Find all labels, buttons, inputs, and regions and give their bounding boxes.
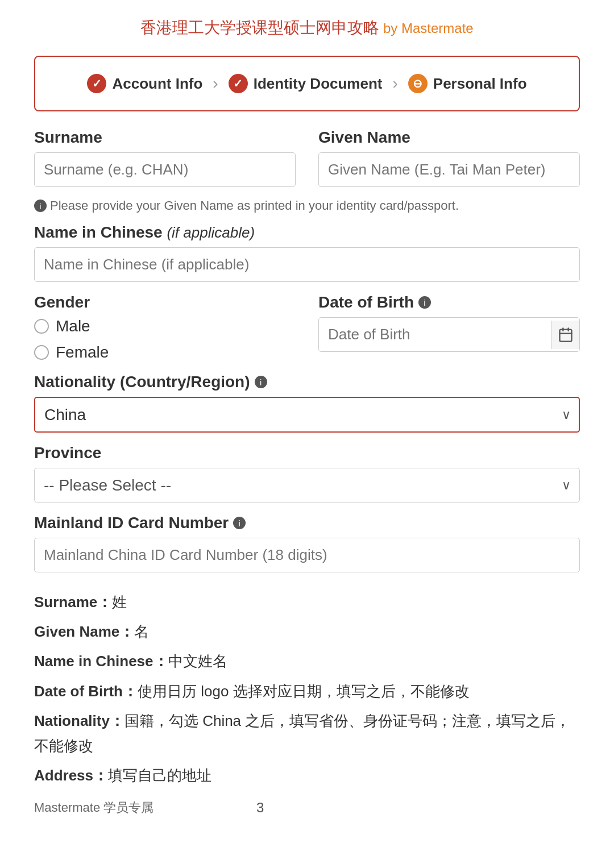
nationality-section: Nationality (Country/Region) i China ∨ — [34, 373, 580, 433]
instruction-nationality: Nationality：国籍，勾选 China 之后，填写省份、身份证号码；注意… — [34, 708, 580, 758]
mainland-id-label-row: Mainland ID Card Number i — [34, 514, 580, 532]
given-name-label: Given Name — [318, 128, 580, 147]
gender-female-radio[interactable] — [34, 345, 49, 360]
given-name-input[interactable] — [318, 152, 580, 187]
nationality-label: Nationality (Country/Region) — [34, 373, 250, 391]
given-name-info-text: Please provide your Given Name as printe… — [50, 198, 459, 213]
page-header: 香港理工大学授课型硕士网申攻略 by Mastermate — [34, 17, 580, 39]
nationality-info-icon: i — [255, 376, 267, 388]
given-name-info: i Please provide your Given Name as prin… — [34, 198, 580, 213]
step-personal-info-label: Personal Info — [433, 75, 527, 93]
step-identity-document: ✓ Identity Document — [229, 74, 383, 93]
nationality-select-wrapper: China ∨ — [34, 397, 580, 433]
gender-section: Gender Male Female — [34, 293, 296, 362]
step-separator-1: › — [213, 74, 218, 93]
person-icon: ⊖ — [413, 77, 422, 90]
step-identity-document-label: Identity Document — [254, 75, 383, 93]
dob-input-wrapper — [318, 317, 580, 352]
nationality-label-row: Nationality (Country/Region) i — [34, 373, 580, 391]
page-number: 3 — [154, 800, 367, 816]
instruction-name-in-chinese-value: 中文姓名 — [168, 653, 227, 670]
mainland-id-input[interactable] — [34, 538, 580, 572]
province-select[interactable]: -- Please Select -- — [34, 468, 580, 502]
instruction-name-in-chinese-key: Name in Chinese： — [34, 653, 168, 670]
dob-input[interactable] — [319, 318, 551, 351]
footer: Mastermate 学员专属 3 — [34, 799, 580, 816]
dob-label: Date of Birth — [318, 293, 414, 312]
instruction-address-key: Address： — [34, 767, 108, 784]
gender-dob-row: Gender Male Female Date of Birth i — [34, 293, 580, 362]
step-account-info: ✓ Account Info — [87, 74, 202, 93]
surname-col: Surname — [34, 128, 296, 187]
step-personal-info: ⊖ Personal Info — [408, 74, 527, 93]
instruction-nationality-key: Nationality： — [34, 712, 125, 729]
instruction-dob-key: Date of Birth： — [34, 683, 138, 700]
name-in-chinese-input[interactable] — [34, 247, 580, 282]
mainland-id-label: Mainland ID Card Number — [34, 514, 229, 532]
dob-section: Date of Birth i — [318, 293, 580, 362]
step-separator-2: › — [392, 74, 397, 93]
instruction-address: Address：填写自己的地址 — [34, 763, 580, 788]
gender-label: Gender — [34, 293, 296, 312]
instructions-section: Surname：姓 Given Name：名 Name in Chinese：中… — [34, 589, 580, 788]
instruction-address-value: 填写自己的地址 — [108, 767, 211, 784]
instruction-name-in-chinese: Name in Chinese：中文姓名 — [34, 649, 580, 674]
info-icon: i — [34, 200, 47, 212]
name-in-chinese-label: Name in Chinese (if applicable) — [34, 223, 580, 242]
name-in-chinese-section: Name in Chinese (if applicable) — [34, 223, 580, 282]
province-section: Province -- Please Select -- ∨ — [34, 444, 580, 502]
checkmark-icon: ✓ — [92, 77, 102, 90]
mainland-id-info-icon: i — [233, 517, 246, 529]
gender-male-option[interactable]: Male — [34, 317, 296, 335]
mainland-id-section: Mainland ID Card Number i — [34, 514, 580, 572]
svg-rect-0 — [559, 329, 571, 341]
instruction-surname-key: Surname： — [34, 593, 112, 610]
gender-male-radio[interactable] — [34, 319, 49, 334]
step-account-info-icon: ✓ — [87, 74, 106, 93]
checkmark-icon-2: ✓ — [233, 77, 243, 90]
surname-input[interactable] — [34, 152, 296, 187]
instruction-given-name-value: 名 — [134, 623, 149, 640]
nationality-select[interactable]: China — [34, 397, 580, 433]
gender-male-label: Male — [56, 317, 90, 335]
step-personal-info-icon: ⊖ — [408, 74, 428, 93]
form-body: Surname Given Name i Please provide your… — [34, 128, 580, 572]
instruction-surname-value: 姓 — [112, 593, 127, 610]
footer-watermark: Mastermate 学员专属 — [34, 799, 154, 816]
calendar-icon[interactable] — [551, 321, 579, 349]
name-row: Surname Given Name — [34, 128, 580, 187]
dob-label-row: Date of Birth i — [318, 293, 580, 312]
header-by-mastermate: by Mastermate — [379, 20, 473, 36]
step-identity-document-icon: ✓ — [229, 74, 248, 93]
header-title: 香港理工大学授课型硕士网申攻略 — [140, 19, 379, 36]
step-account-info-label: Account Info — [112, 75, 202, 93]
province-label: Province — [34, 444, 580, 462]
instruction-given-name: Given Name：名 — [34, 619, 580, 644]
progress-steps: ✓ Account Info › ✓ Identity Document › ⊖… — [58, 74, 556, 93]
instruction-dob-value: 使用日历 logo 选择对应日期，填写之后，不能修改 — [138, 683, 470, 700]
instruction-given-name-key: Given Name： — [34, 623, 134, 640]
gender-female-option[interactable]: Female — [34, 343, 296, 362]
gender-radio-group: Male Female — [34, 317, 296, 362]
form-container: ✓ Account Info › ✓ Identity Document › ⊖… — [34, 56, 580, 111]
surname-label: Surname — [34, 128, 296, 147]
name-in-chinese-label-suffix: (if applicable) — [167, 224, 255, 241]
given-name-col: Given Name — [318, 128, 580, 187]
dob-info-icon: i — [418, 296, 431, 309]
instruction-dob: Date of Birth：使用日历 logo 选择对应日期，填写之后，不能修改 — [34, 679, 580, 704]
province-select-wrapper: -- Please Select -- ∨ — [34, 468, 580, 502]
instruction-surname: Surname：姓 — [34, 589, 580, 614]
gender-female-label: Female — [56, 343, 109, 362]
